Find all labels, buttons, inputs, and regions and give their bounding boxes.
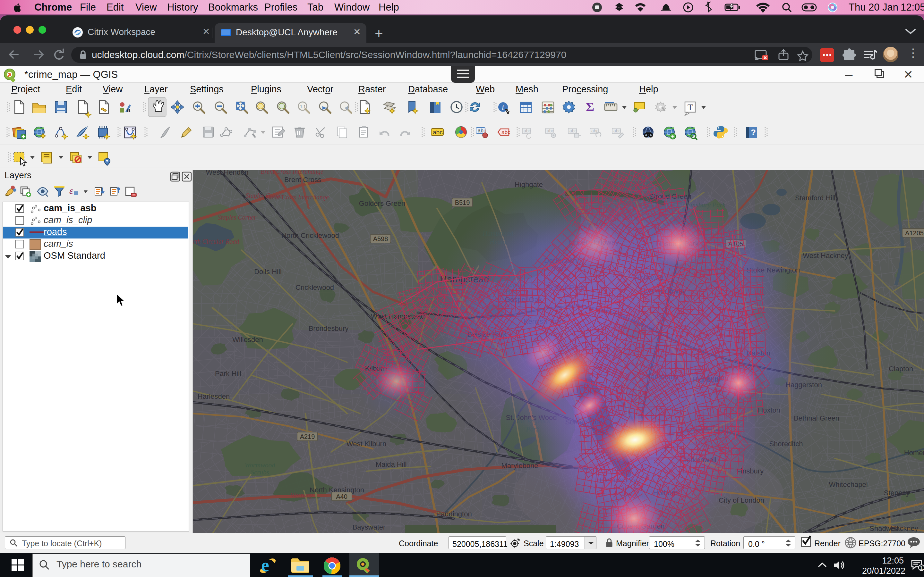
svg-text:Σ: Σ [586, 100, 594, 114]
svg-text:ab: ab [478, 128, 483, 133]
svg-text:abc: abc [501, 129, 510, 135]
svg-text:1:1: 1:1 [300, 104, 306, 109]
svg-text:T: T [688, 102, 693, 112]
svg-text:ε: ε [69, 185, 73, 196]
svg-text:abc: abc [523, 128, 531, 133]
svg-text:1: 1 [920, 565, 923, 571]
svg-text:abc: abc [614, 128, 621, 133]
svg-text:i: i [502, 103, 504, 111]
svg-text:abc: abc [433, 129, 443, 135]
svg-text:abc: abc [547, 128, 554, 133]
svg-text:a: a [127, 106, 131, 113]
svg-text:abc: abc [569, 128, 577, 133]
svg-text:?: ? [751, 127, 756, 137]
